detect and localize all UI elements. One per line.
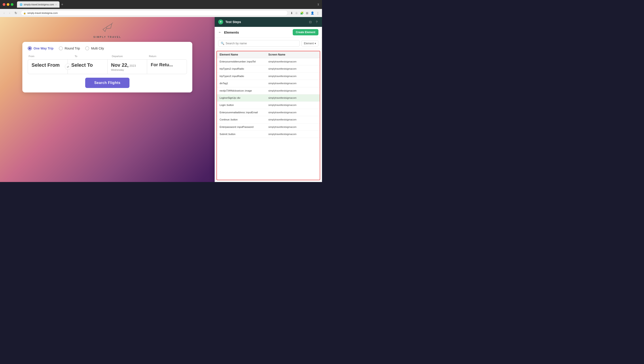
- elements-table: Element Name Screen Name Enteryourmobile…: [216, 51, 320, 180]
- to-field-group[interactable]: Select To: [68, 60, 108, 74]
- table-row[interactable]: Enterpassword::inputPassword simplytrave…: [217, 124, 320, 131]
- screen-name-cell: simplytraveltestsigmacom: [268, 60, 317, 63]
- tab-close-btn[interactable]: ×: [56, 3, 57, 6]
- return-value: For Retu...: [151, 62, 183, 67]
- testsigma-logo: ✦: [218, 20, 223, 24]
- table-row[interactable]: nextjs734f4dcloseicon::image simplytrave…: [217, 87, 320, 94]
- filter-label: Element: [304, 42, 314, 45]
- extensions-icon[interactable]: 🧩: [300, 12, 304, 15]
- close-traffic-light[interactable]: [3, 3, 5, 6]
- search-flights-button[interactable]: Search Flights: [85, 78, 129, 88]
- screen-name-cell: simplytraveltestsigmacom: [268, 125, 317, 129]
- one-way-option[interactable]: One Way Trip: [28, 46, 54, 50]
- profile-icon[interactable]: 👤: [310, 12, 314, 15]
- screen-name-cell: simplytraveltestsigmacom: [268, 75, 317, 78]
- trip-types: One Way Trip Round Trip Multi City: [28, 46, 187, 50]
- table-row[interactable]: Enteryourmobilenumber::inputTel simplytr…: [217, 58, 320, 65]
- flight-fields: Select From ⇄ Select To Nov 22, 2023 Wed…: [28, 59, 187, 74]
- screen-name-cell: simplytraveltestsigmacom: [268, 67, 317, 71]
- screen-name-cell: simplytraveltestsigmacom: [268, 111, 317, 114]
- tab-bar: 🌐 simply-travel.testsigma.com × +: [17, 1, 63, 8]
- lock-icon: 🔒: [23, 12, 26, 14]
- return-field-label: Return: [149, 55, 186, 58]
- table-row[interactable]: Continue::button simplytraveltestsigmaco…: [217, 116, 320, 123]
- to-field-label: To: [75, 55, 112, 58]
- screen-name-cell: simplytraveltestsigmacom: [268, 82, 317, 85]
- address-text: simply-travel.testsigma.com: [27, 12, 58, 14]
- table-row[interactable]: Enteryouremailaddress::inputEmail simply…: [217, 109, 320, 116]
- elements-title: Elements: [224, 31, 290, 34]
- browser-chrome: 🌐 simply-travel.testsigma.com × + ⊻: [0, 0, 322, 9]
- departure-year: 2023: [130, 64, 136, 67]
- screen-name-cell: simplytraveltestsigmacom: [268, 96, 317, 100]
- flight-card: One Way Trip Round Trip Multi City From …: [22, 42, 192, 92]
- plane-icon: [100, 22, 114, 35]
- element-name-cell: Continue::button: [220, 118, 268, 121]
- search-by-name-input[interactable]: [226, 42, 297, 45]
- element-name-cell: divTag1: [220, 82, 268, 85]
- table-row[interactable]: divTag1 simplytraveltestsigmacom: [217, 80, 320, 87]
- logo-text: SIMPLY TRAVEL: [94, 36, 122, 38]
- traffic-lights: [3, 3, 14, 6]
- unpin-icon[interactable]: ⊡: [308, 19, 312, 25]
- element-name-cell: nextjs734f4dcloseicon::image: [220, 89, 268, 92]
- element-name-cell: tripTypes3::inputRadio: [220, 75, 268, 78]
- browser-icons: ⬇ ☆ 🧩 ⊞ 👤 ⋮: [290, 12, 319, 15]
- maximize-traffic-light[interactable]: [11, 3, 14, 6]
- main-content: SIMPLY TRAVEL One Way Trip Round Trip: [0, 17, 322, 182]
- element-name-cell: Enteryouremailaddress::inputEmail: [220, 111, 268, 114]
- refresh-nav-btn[interactable]: ↻: [14, 11, 18, 15]
- table-row[interactable]: Submit::button simplytraveltestsigmacom: [217, 131, 320, 138]
- departure-field-label: Departure: [112, 55, 149, 58]
- screen-name-cell: simplytraveltestsigmacom: [268, 118, 317, 121]
- logo-area: SIMPLY TRAVEL: [94, 22, 122, 38]
- split-view-icon[interactable]: ⊞: [306, 12, 308, 15]
- back-button[interactable]: ←: [218, 30, 222, 34]
- download-icon[interactable]: ⬇: [290, 12, 293, 15]
- one-way-radio[interactable]: [28, 46, 32, 50]
- chevron-down-icon: ▾: [314, 42, 316, 45]
- table-row[interactable]: tripTypes3::inputRadio simplytraveltests…: [217, 73, 320, 80]
- bookmark-icon[interactable]: ☆: [295, 12, 298, 15]
- address-bar-row: ‹ › ↻ 🔒 simply-travel.testsigma.com ⬇ ☆ …: [0, 9, 322, 17]
- element-filter-dropdown[interactable]: Element ▾: [302, 40, 318, 47]
- screen-name-cell: simplytraveltestsigmacom: [268, 132, 317, 136]
- create-element-button[interactable]: Create Element: [293, 29, 318, 35]
- search-input-wrapper[interactable]: 🔍: [218, 40, 300, 47]
- swap-button[interactable]: ⇄: [65, 64, 71, 70]
- more-icon[interactable]: ⋮: [316, 12, 319, 15]
- element-name-cell: Enterpassword::inputPassword: [220, 125, 268, 129]
- help-icon[interactable]: ?: [315, 19, 318, 25]
- screen-name-cell: simplytraveltestsigmacom: [268, 89, 317, 92]
- return-field-group[interactable]: For Retu...: [147, 60, 187, 74]
- minimize-traffic-light[interactable]: [7, 3, 10, 6]
- departure-date: Nov 22,: [111, 62, 128, 68]
- travel-section: SIMPLY TRAVEL One Way Trip Round Trip: [0, 17, 215, 182]
- from-field-group[interactable]: Select From ⇄: [28, 60, 68, 74]
- search-filter-row: 🔍 Element ▾: [215, 38, 322, 49]
- active-tab[interactable]: 🌐 simply-travel.testsigma.com ×: [17, 1, 60, 8]
- round-trip-label: Round Trip: [64, 47, 80, 50]
- panel-subheader: ← Elements Create Element: [215, 27, 322, 38]
- forward-nav-btn[interactable]: ›: [8, 11, 11, 15]
- round-trip-option[interactable]: Round Trip: [59, 46, 80, 50]
- panel-title: Test Steps: [226, 20, 306, 24]
- table-row[interactable]: Login::button simplytraveltestsigmacom: [217, 102, 320, 109]
- table-row[interactable]: LoginorSignUp::div simplytraveltestsigma…: [217, 94, 320, 102]
- departure-field-group[interactable]: Nov 22, 2023 Wednesday: [108, 60, 147, 74]
- multi-city-option[interactable]: Multi City: [85, 46, 104, 50]
- round-trip-radio[interactable]: [59, 46, 63, 50]
- one-way-radio-fill: [28, 47, 31, 50]
- table-row[interactable]: tripTypes2::inputRadio simplytraveltests…: [217, 65, 320, 73]
- back-nav-btn[interactable]: ‹: [3, 11, 6, 15]
- element-name-cell: tripTypes2::inputRadio: [220, 67, 268, 71]
- departure-day: Wednesday: [111, 69, 144, 71]
- address-bar[interactable]: 🔒 simply-travel.testsigma.com: [21, 10, 288, 16]
- new-tab-btn[interactable]: +: [61, 3, 63, 7]
- one-way-label: One Way Trip: [34, 47, 54, 50]
- to-value: Select To: [71, 62, 104, 68]
- element-name-cell: LoginorSignUp::div: [220, 96, 268, 100]
- multi-city-radio[interactable]: [85, 46, 89, 50]
- tab-title: simply-travel.testsigma.com: [24, 3, 54, 6]
- element-name-cell: Submit::button: [220, 132, 268, 136]
